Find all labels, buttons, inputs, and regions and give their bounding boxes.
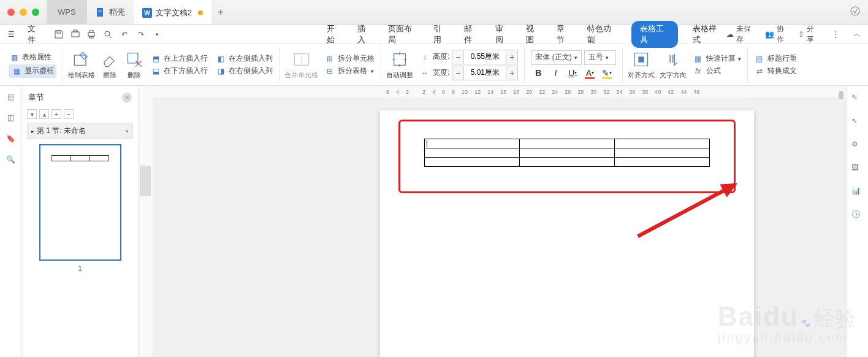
outline-icon[interactable]: ▤ bbox=[5, 91, 17, 103]
history-icon[interactable]: 🕓 bbox=[851, 210, 864, 222]
search-icon[interactable]: 🔍 bbox=[5, 153, 17, 166]
edit-tool-icon[interactable]: ✎ bbox=[851, 93, 864, 106]
horizontal-ruler: 6422468101214161820222426283032343638404… bbox=[153, 86, 846, 98]
width-spinner[interactable]: − + bbox=[452, 66, 518, 80]
svg-text:W: W bbox=[144, 10, 150, 17]
formula-button[interactable]: fx公式 bbox=[693, 66, 741, 77]
doc-tab-label: 文字文稿2 bbox=[156, 7, 192, 18]
svg-rect-11 bbox=[89, 36, 93, 38]
save-icon[interactable] bbox=[52, 28, 65, 41]
increase-button[interactable]: + bbox=[506, 66, 518, 80]
eraser-icon[interactable] bbox=[100, 50, 120, 69]
add-section-icon[interactable]: + bbox=[51, 109, 61, 119]
vertical-scrollbar[interactable] bbox=[839, 91, 843, 99]
menu-table-tools[interactable]: 表格工具 bbox=[631, 21, 678, 48]
document-table[interactable] bbox=[424, 139, 710, 167]
height-icon: ↕ bbox=[419, 52, 430, 63]
table-props-button[interactable]: ▦表格属性 bbox=[9, 52, 56, 63]
decrease-button[interactable]: − bbox=[452, 50, 464, 64]
print-icon[interactable] bbox=[85, 28, 98, 41]
header-repeat-button[interactable]: ▤标题行重 bbox=[754, 53, 797, 64]
delete-table-icon[interactable] bbox=[124, 50, 144, 69]
page-thumbnail[interactable] bbox=[39, 144, 121, 261]
convert-button[interactable]: ⇄转换成文 bbox=[754, 66, 797, 77]
text-direction-icon[interactable]: II bbox=[663, 50, 683, 69]
document-page[interactable] bbox=[380, 110, 754, 357]
autofit-icon[interactable] bbox=[390, 50, 409, 69]
settings-icon[interactable]: ⚙ bbox=[851, 140, 864, 152]
print-preview-icon[interactable] bbox=[69, 28, 82, 41]
show-border-button[interactable]: ▦显示虚框 bbox=[9, 64, 56, 78]
image-icon[interactable]: 🖼 bbox=[851, 163, 864, 175]
split-table-button[interactable]: ⊟拆分表格▾ bbox=[324, 66, 375, 77]
font-size-select[interactable]: 五号▾ bbox=[584, 50, 616, 65]
chart-icon[interactable]: 📊 bbox=[851, 186, 864, 199]
font-color-button[interactable]: A▾ bbox=[582, 66, 597, 80]
cloud-icon: ☁ bbox=[726, 30, 734, 39]
collab-button[interactable]: 👥协作 bbox=[765, 24, 790, 45]
underline-button[interactable]: U▾ bbox=[565, 66, 580, 80]
text-dir-group: II 文字方向 bbox=[657, 50, 689, 80]
menu-table-style[interactable]: 表格样式 bbox=[691, 21, 723, 48]
document-canvas[interactable]: 6422468101214161820222426283032343638404… bbox=[153, 86, 846, 357]
doc-tab-label: 稻壳 bbox=[109, 7, 125, 18]
cursor-tool-icon[interactable]: ↖ bbox=[851, 117, 864, 129]
menu-start[interactable]: 开始 bbox=[326, 21, 343, 48]
minimize-window-icon[interactable] bbox=[20, 9, 27, 16]
quick-calc-button[interactable]: ▦快速计算▾ bbox=[693, 53, 741, 64]
menu-review[interactable]: 审阅 bbox=[494, 21, 511, 48]
share-button[interactable]: ⇧分享 bbox=[798, 24, 820, 45]
expand-all-icon[interactable]: ▾ bbox=[27, 109, 37, 119]
menu-insert[interactable]: 插入 bbox=[356, 21, 373, 48]
hamburger-icon[interactable]: ☰ bbox=[5, 28, 18, 41]
menu-reference[interactable]: 引用 bbox=[432, 21, 449, 48]
insert-col-left-button[interactable]: ◧在左侧插入列 bbox=[215, 53, 273, 64]
align-icon[interactable] bbox=[631, 50, 651, 69]
collapse-ribbon-icon[interactable]: ︿ bbox=[850, 28, 863, 41]
italic-button[interactable]: I bbox=[548, 66, 563, 80]
section-nav-icon[interactable]: ◫ bbox=[5, 112, 17, 124]
highlight-button[interactable]: ✎▾ bbox=[600, 66, 614, 80]
menu-layout[interactable]: 页面布局 bbox=[387, 21, 419, 48]
insert-col-right-button[interactable]: ◨在右侧插入列 bbox=[215, 66, 273, 77]
file-menu[interactable]: 文件 bbox=[21, 21, 49, 48]
bold-button[interactable]: B bbox=[531, 66, 546, 80]
collapse-all-icon[interactable]: ▴ bbox=[39, 109, 49, 119]
increase-button[interactable]: + bbox=[506, 50, 518, 64]
menu-special[interactable]: 特色功能 bbox=[586, 21, 618, 48]
unsaved-indicator[interactable]: ☁未保存 bbox=[726, 24, 756, 45]
remove-section-icon[interactable]: − bbox=[64, 109, 74, 119]
height-spinner[interactable]: − + bbox=[452, 50, 518, 64]
split-cells-button[interactable]: ⊞拆分单元格 bbox=[324, 53, 375, 64]
titlebar-right-icon[interactable] bbox=[850, 6, 868, 18]
close-window-icon[interactable] bbox=[7, 9, 15, 16]
draw-table-group: 绘制表格 bbox=[66, 50, 97, 80]
font-name-select[interactable]: 宋体 (正文)▾ bbox=[531, 50, 581, 65]
undo-icon[interactable]: ↶ bbox=[118, 28, 131, 41]
bookmark-icon[interactable]: 🔖 bbox=[5, 132, 17, 145]
grid-icon: ▦ bbox=[9, 52, 20, 63]
close-panel-icon[interactable]: ✕ bbox=[122, 93, 132, 102]
section-item[interactable]: ▸ 第 1 节: 未命名 ▾ bbox=[27, 123, 133, 139]
nav-controls: ▾ ▴ + − bbox=[27, 109, 133, 119]
dropdown-icon[interactable]: ▾ bbox=[151, 28, 164, 41]
more-icon[interactable]: ⋮ bbox=[829, 28, 842, 41]
preview-icon[interactable] bbox=[102, 28, 115, 41]
maximize-window-icon[interactable] bbox=[32, 9, 39, 16]
row-height-control: ↕ 高度: − + bbox=[419, 50, 518, 64]
decrease-button[interactable]: − bbox=[452, 66, 464, 80]
insert-row-above-button[interactable]: ⬒在上方插入行 bbox=[150, 53, 208, 64]
svg-point-5 bbox=[851, 7, 859, 15]
menu-view[interactable]: 视图 bbox=[525, 21, 542, 48]
add-tab-button[interactable]: + bbox=[211, 0, 230, 24]
insert-row-below-button[interactable]: ⬓在下方插入行 bbox=[150, 66, 208, 77]
svg-rect-13 bbox=[74, 55, 86, 65]
width-input[interactable] bbox=[464, 66, 506, 80]
height-input[interactable] bbox=[464, 50, 506, 64]
nav-panel: 章节 ✕ ▾ ▴ + − ▸ 第 1 节: 未命名 ▾ 1 bbox=[22, 86, 139, 357]
menu-mail[interactable]: 邮件 bbox=[463, 21, 480, 48]
pencil-table-icon[interactable] bbox=[72, 50, 91, 69]
redo-icon[interactable]: ↷ bbox=[134, 28, 147, 41]
menu-section[interactable]: 章节 bbox=[555, 21, 573, 48]
person-icon: 👥 bbox=[765, 30, 774, 39]
